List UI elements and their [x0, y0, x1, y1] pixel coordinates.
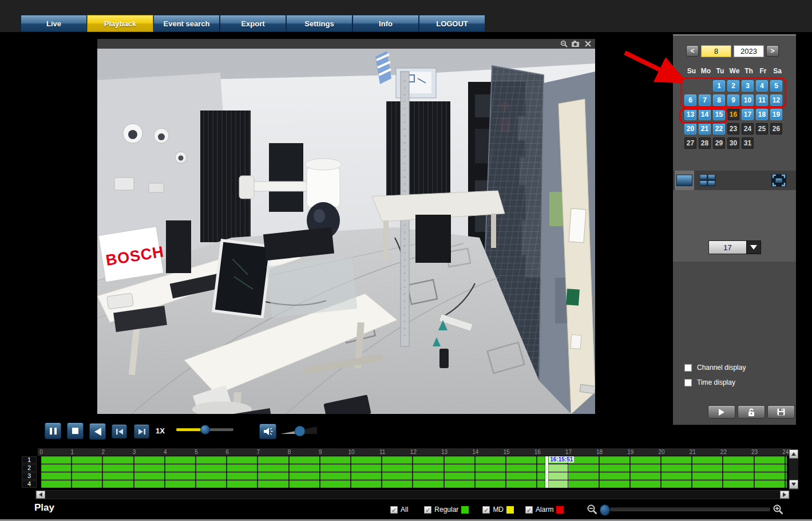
- scroll-right-button[interactable]: [780, 491, 789, 499]
- calendar-day-30[interactable]: 30: [727, 137, 739, 149]
- calendar-day-27[interactable]: 27: [684, 137, 696, 149]
- calendar-prev-button[interactable]: <: [686, 45, 699, 57]
- filter-all[interactable]: ✓All: [390, 506, 408, 514]
- hour-label-19: 19: [627, 449, 633, 455]
- single-view-tab[interactable]: [675, 171, 694, 190]
- calendar-day-1[interactable]: 1: [713, 80, 725, 92]
- calendar-day-4[interactable]: 4: [756, 80, 768, 92]
- calendar-day-13[interactable]: 13: [684, 109, 696, 120]
- calendar-day-12[interactable]: 12: [770, 94, 782, 106]
- record-track-channel-2[interactable]: [41, 464, 787, 472]
- tab-event-search[interactable]: Event search: [153, 15, 220, 32]
- timeline-vertical-scrollbar[interactable]: [789, 449, 798, 490]
- hour-label-10: 10: [348, 449, 354, 455]
- filter-regular[interactable]: ✓Regular: [424, 506, 469, 514]
- calendar-day-14[interactable]: 14: [699, 109, 711, 120]
- speaker-icon: [263, 427, 273, 436]
- record-track-channel-4[interactable]: [41, 480, 787, 488]
- close-icon[interactable]: [584, 40, 592, 48]
- main-nav: LivePlaybackEvent searchExportSettingsIn…: [21, 15, 485, 32]
- previous-frame-button[interactable]: [112, 424, 127, 439]
- filter-md[interactable]: ✓MD: [482, 506, 514, 514]
- calendar-day-19[interactable]: 19: [770, 109, 782, 120]
- scroll-left-button[interactable]: [36, 491, 45, 499]
- day-header-we: We: [727, 67, 742, 75]
- snapshot-icon[interactable]: [572, 40, 580, 48]
- calendar-day-31[interactable]: 31: [742, 137, 754, 149]
- calendar-day-2[interactable]: 2: [727, 80, 739, 92]
- pause-button[interactable]: [45, 423, 61, 439]
- timeline-zoom-knob[interactable]: [600, 504, 610, 516]
- calendar-day-26[interactable]: 26: [770, 123, 782, 135]
- checkbox-channel-display[interactable]: [684, 364, 692, 372]
- calendar-day-18[interactable]: 18: [756, 109, 768, 120]
- volume-mute-button[interactable]: [259, 424, 276, 439]
- stop-button[interactable]: [67, 423, 84, 439]
- checkbox-time-display[interactable]: [684, 379, 692, 386]
- scroll-down-button[interactable]: [789, 480, 798, 489]
- calendar-day-29[interactable]: 29: [713, 137, 725, 149]
- speed-slider-knob[interactable]: [200, 425, 210, 435]
- tab-settings[interactable]: Settings: [286, 15, 352, 32]
- tab-live[interactable]: Live: [21, 15, 87, 32]
- calendar-day-7[interactable]: 7: [699, 94, 711, 106]
- timeline-zoom-slider[interactable]: [610, 507, 770, 511]
- record-track-channel-3[interactable]: [41, 472, 787, 480]
- play-icon: [719, 409, 724, 416]
- calendar-day-16[interactable]: 16: [727, 109, 739, 120]
- calendar-day-15[interactable]: 15: [713, 109, 725, 120]
- tab-info[interactable]: Info: [352, 15, 419, 32]
- save-button[interactable]: [767, 405, 795, 419]
- calendar-day-20[interactable]: 20: [684, 123, 696, 135]
- calendar-day-25[interactable]: 25: [756, 123, 768, 135]
- channel-select-value[interactable]: 17: [708, 240, 746, 254]
- hour-label-0: 0: [39, 449, 43, 455]
- checkbox-all[interactable]: ✓: [390, 506, 398, 514]
- zoom-out-icon[interactable]: [587, 504, 597, 515]
- tab-export[interactable]: Export: [220, 15, 286, 32]
- tab-playback[interactable]: Playback: [87, 15, 153, 32]
- checkbox-md[interactable]: ✓: [482, 506, 490, 514]
- speed-slider-track[interactable]: [207, 428, 233, 431]
- calendar-year-field[interactable]: 2023: [734, 45, 764, 57]
- reverse-play-button[interactable]: [89, 423, 106, 440]
- hour-label-4: 4: [164, 449, 167, 455]
- filter-alarm[interactable]: ✓Alarm: [525, 506, 564, 514]
- next-frame-button[interactable]: [134, 424, 149, 439]
- calendar-day-3[interactable]: 3: [742, 80, 754, 92]
- channel-select-dropdown-button[interactable]: [746, 240, 761, 254]
- timeline-horizontal-scrollbar[interactable]: [35, 490, 790, 499]
- calendar-day-21[interactable]: 21: [699, 123, 711, 135]
- video-titlebar: [97, 39, 595, 49]
- lock-button[interactable]: [738, 405, 765, 419]
- calendar-month-field[interactable]: 8: [701, 45, 731, 57]
- calendar-day-8[interactable]: 8: [713, 94, 725, 106]
- calendar-next-button[interactable]: >: [766, 45, 779, 57]
- quad-view-icon[interactable]: [700, 175, 715, 186]
- timeline-playhead[interactable]: [545, 456, 548, 488]
- sidebar-play-button[interactable]: [708, 405, 735, 419]
- calendar-day-11[interactable]: 11: [756, 94, 768, 106]
- calendar-day-5[interactable]: 5: [770, 80, 782, 92]
- calendar-day-24[interactable]: 24: [742, 123, 754, 135]
- checkbox-regular[interactable]: ✓: [424, 506, 431, 514]
- camera-video-frame[interactable]: BOSCH: [97, 49, 595, 414]
- fullscreen-icon[interactable]: [771, 174, 786, 187]
- calendar-day-17[interactable]: 17: [742, 109, 754, 120]
- option-time-display[interactable]: Time display: [684, 378, 735, 386]
- record-track-channel-1[interactable]: [41, 456, 787, 464]
- tab-logout[interactable]: LOGOUT: [419, 15, 485, 32]
- calendar-day-9[interactable]: 9: [727, 94, 739, 106]
- calendar-day-10[interactable]: 10: [742, 94, 754, 106]
- option-channel-display[interactable]: Channel display: [684, 364, 746, 372]
- zoom-in-icon[interactable]: [773, 504, 783, 515]
- volume-slider[interactable]: [280, 425, 320, 437]
- scroll-up-button[interactable]: [789, 449, 798, 459]
- volume-knob[interactable]: [295, 426, 305, 436]
- calendar-day-22[interactable]: 22: [713, 123, 725, 135]
- digital-zoom-icon[interactable]: [560, 40, 568, 48]
- calendar-day-23[interactable]: 23: [727, 123, 739, 135]
- calendar-day-28[interactable]: 28: [699, 137, 711, 149]
- checkbox-alarm[interactable]: ✓: [525, 506, 533, 514]
- calendar-day-6[interactable]: 6: [684, 94, 696, 106]
